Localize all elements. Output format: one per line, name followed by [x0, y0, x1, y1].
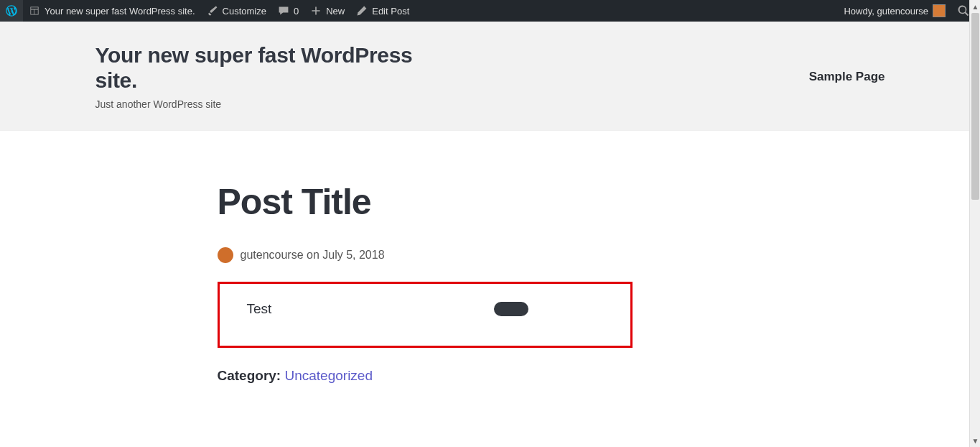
- scroll-up-arrow-icon[interactable]: ▲: [971, 1, 979, 11]
- comment-icon: [278, 5, 289, 17]
- category-link[interactable]: Uncategorized: [284, 368, 373, 383]
- category-label: Category:: [218, 368, 285, 383]
- post-byline: gutencourse on July 5, 2018: [218, 247, 792, 263]
- edit-post-link[interactable]: Edit Post: [350, 0, 415, 22]
- author-avatar-icon: [218, 247, 233, 263]
- on-word: on: [304, 249, 323, 261]
- new-content-link[interactable]: New: [304, 0, 350, 22]
- post-content-highlight: Test: [218, 282, 633, 348]
- category-line: Category: Uncategorized: [218, 368, 792, 384]
- post-title: Post Title: [218, 181, 792, 223]
- brush-icon: [207, 5, 218, 17]
- pencil-icon: [356, 5, 368, 17]
- wordpress-logo-icon: [6, 5, 17, 17]
- customize-link[interactable]: Customize: [201, 0, 272, 22]
- primary-nav: Sample Page: [809, 70, 885, 84]
- customize-label: Customize: [223, 6, 266, 17]
- comments-link[interactable]: 0: [272, 0, 304, 22]
- edit-post-label: Edit Post: [372, 6, 409, 17]
- site-tagline: Just another WordPress site: [95, 98, 426, 110]
- date-link[interactable]: July 5, 2018: [322, 249, 384, 261]
- content-pill-shape: [494, 302, 528, 316]
- site-name-menu[interactable]: Your new super fast WordPress site.: [23, 0, 201, 22]
- new-label: New: [326, 6, 345, 17]
- adminbar-right: Howdy, gutencourse: [838, 0, 980, 22]
- author-link[interactable]: gutencourse: [241, 249, 304, 261]
- plus-icon: [310, 5, 322, 17]
- avatar-icon: [933, 4, 946, 17]
- my-account-link[interactable]: Howdy, gutencourse: [838, 0, 951, 22]
- post-content-text: Test: [247, 301, 272, 317]
- search-icon: [957, 4, 970, 17]
- site-header: Your new super fast WordPress site. Just…: [0, 22, 980, 131]
- dashboard-icon: [29, 5, 40, 17]
- adminbar-left: Your new super fast WordPress site. Cust…: [0, 0, 415, 22]
- vertical-scrollbar[interactable]: ▲ ▼: [969, 0, 980, 447]
- post-main: Post Title gutencourse on July 5, 2018 T…: [189, 131, 792, 447]
- scroll-thumb[interactable]: [971, 13, 979, 200]
- comments-count: 0: [294, 6, 299, 17]
- site-title[interactable]: Your new super fast WordPress site.: [95, 43, 426, 93]
- byline-text: gutencourse on July 5, 2018: [241, 249, 385, 262]
- howdy-text: Howdy, gutencourse: [844, 6, 928, 17]
- site-name-label: Your new super fast WordPress site.: [45, 6, 195, 17]
- nav-sample-page[interactable]: Sample Page: [809, 70, 885, 83]
- site-branding: Your new super fast WordPress site. Just…: [95, 43, 426, 110]
- wp-admin-bar: Your new super fast WordPress site. Cust…: [0, 0, 980, 22]
- wp-logo-menu[interactable]: [0, 0, 23, 22]
- scroll-down-arrow-icon[interactable]: ▼: [971, 436, 979, 446]
